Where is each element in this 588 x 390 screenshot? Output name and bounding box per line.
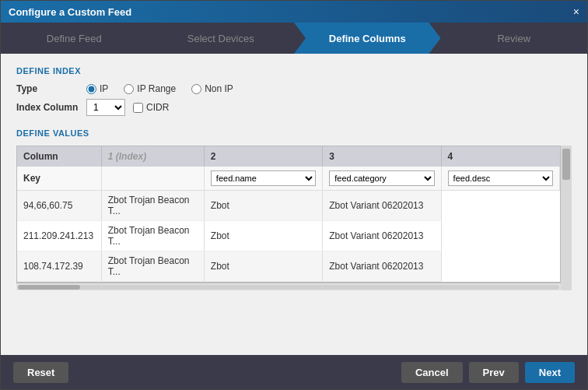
col4-select[interactable]: feed.name feed.category feed.desc feed.i… xyxy=(448,170,553,186)
data-col2: Zbot Trojan Beacon T... xyxy=(101,251,204,282)
cidr-option[interactable]: CIDR xyxy=(133,102,169,113)
data-col2: Zbot Trojan Beacon T... xyxy=(101,221,204,251)
key-row: Key feed.name feed.category feed.desc fe… xyxy=(17,167,560,191)
data-col4: Zbot Variant 06202013 xyxy=(323,221,441,251)
data-col3: Zbot xyxy=(204,191,322,221)
data-col1: 211.209.241.213 xyxy=(17,221,101,251)
data-col1: 108.74.172.39 xyxy=(17,251,101,282)
index-column-row: Index Column 1 2 3 4 5 CIDR xyxy=(16,99,572,116)
footer: Reset Cancel Prev Next xyxy=(1,355,587,389)
tab-define-columns[interactable]: Define Columns xyxy=(294,23,441,54)
dialog-title: Configure a Custom Feed xyxy=(9,6,131,18)
scrollbar-track xyxy=(18,285,559,290)
key-col1 xyxy=(101,167,204,191)
col-header-4: 4 xyxy=(441,146,559,167)
data-col1: 94,66,60.75 xyxy=(17,191,101,221)
col-header-3: 3 xyxy=(323,146,441,167)
scrollbar-thumb[interactable] xyxy=(18,285,80,290)
table-header-row: Column 1 (Index) 2 3 4 xyxy=(17,146,560,167)
index-select[interactable]: 1 2 3 4 5 xyxy=(86,99,125,116)
configure-feed-dialog: Configure a Custom Feed × Define Feed Se… xyxy=(0,0,588,390)
radio-ip-range[interactable] xyxy=(124,84,134,94)
table-row: 211.209.241.213 Zbot Trojan Beacon T... … xyxy=(17,221,560,251)
radio-ip[interactable] xyxy=(86,84,96,94)
radio-non-ip[interactable] xyxy=(191,84,201,94)
values-table-container: Column 1 (Index) 2 3 4 Key xyxy=(16,146,572,290)
col-header-2: 2 xyxy=(204,146,322,167)
next-button[interactable]: Next xyxy=(525,362,575,383)
vertical-scrollbar[interactable] xyxy=(561,146,572,290)
main-table-area: Column 1 (Index) 2 3 4 Key xyxy=(16,146,561,290)
cidr-checkbox[interactable] xyxy=(133,103,143,113)
tab-review[interactable]: Review xyxy=(441,23,588,54)
content-area: DEFINE INDEX Type IP IP Range Non IP xyxy=(1,54,587,355)
reset-button[interactable]: Reset xyxy=(13,362,68,383)
type-radio-group: IP IP Range Non IP xyxy=(86,83,233,94)
prev-button[interactable]: Prev xyxy=(469,362,519,383)
values-table: Column 1 (Index) 2 3 4 Key xyxy=(17,146,560,282)
key-col3[interactable]: feed.name feed.category feed.desc feed.i… xyxy=(323,167,441,191)
define-values-label: DEFINE VALUES xyxy=(16,128,572,138)
define-index-label: DEFINE INDEX xyxy=(16,66,572,76)
footer-left: Reset xyxy=(13,362,68,383)
cancel-button[interactable]: Cancel xyxy=(401,362,463,383)
key-label: Key xyxy=(17,167,101,191)
v-scroll-thumb[interactable] xyxy=(562,149,570,180)
data-col3: Zbot xyxy=(204,251,322,282)
tab-select-devices[interactable]: Select Devices xyxy=(148,23,295,54)
define-index-section: DEFINE INDEX Type IP IP Range Non IP xyxy=(16,66,572,116)
col-header-column: Column xyxy=(17,146,101,167)
radio-non-ip-option[interactable]: Non IP xyxy=(191,83,233,94)
type-row: Type IP IP Range Non IP xyxy=(16,83,572,94)
index-column-label: Index Column xyxy=(16,102,86,113)
define-values-section: DEFINE VALUES Column 1 (Index) 2 3 4 xyxy=(16,128,572,290)
data-col2: Zbot Trojan Beacon T... xyxy=(101,191,204,221)
key-col4[interactable]: feed.name feed.category feed.desc feed.i… xyxy=(441,167,559,191)
footer-right: Cancel Prev Next xyxy=(401,362,575,383)
table-row: 108.74.172.39 Zbot Trojan Beacon T... Zb… xyxy=(17,251,560,282)
tab-bar: Define Feed Select Devices Define Column… xyxy=(1,23,587,54)
col3-select[interactable]: feed.name feed.category feed.desc feed.i… xyxy=(329,170,434,186)
data-col4: Zbot Variant 06202013 xyxy=(323,251,441,282)
col2-select[interactable]: feed.name feed.category feed.desc feed.i… xyxy=(211,170,316,186)
index-controls: 1 2 3 4 5 CIDR xyxy=(86,99,169,116)
tab-define-feed[interactable]: Define Feed xyxy=(1,23,148,54)
table-row: 94,66,60.75 Zbot Trojan Beacon T... Zbot… xyxy=(17,191,560,221)
radio-ip-range-option[interactable]: IP Range xyxy=(124,83,176,94)
radio-ip-option[interactable]: IP xyxy=(86,83,108,94)
data-col4: Zbot Variant 06202013 xyxy=(323,191,441,221)
type-label: Type xyxy=(16,83,86,94)
horizontal-scrollbar[interactable] xyxy=(16,283,561,290)
title-bar: Configure a Custom Feed × xyxy=(1,1,587,23)
col-header-1: 1 (Index) xyxy=(101,146,204,167)
close-button[interactable]: × xyxy=(573,5,579,18)
data-col3: Zbot xyxy=(204,221,322,251)
key-col2[interactable]: feed.name feed.category feed.desc feed.i… xyxy=(204,167,322,191)
table-wrapper: Column 1 (Index) 2 3 4 Key xyxy=(16,146,561,283)
